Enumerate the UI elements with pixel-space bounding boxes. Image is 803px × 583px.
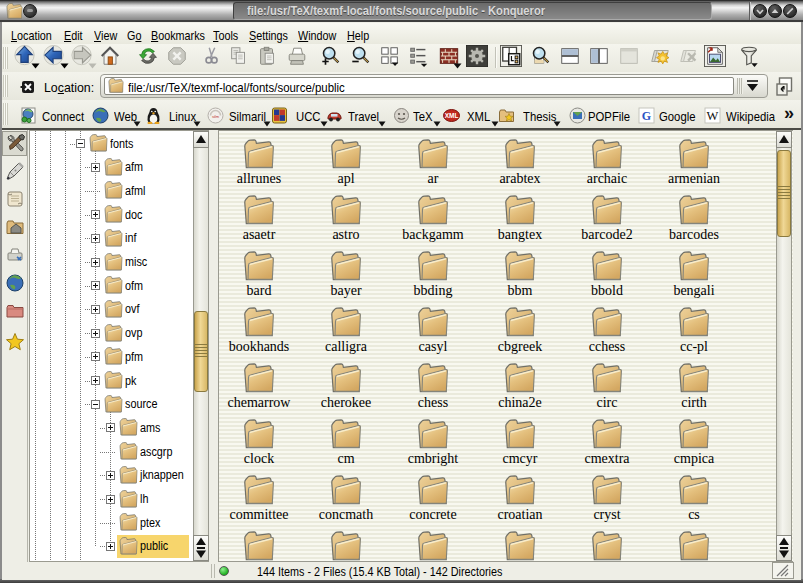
svg-text:silm: silm (212, 114, 220, 119)
svg-text:XML: XML (445, 112, 459, 119)
svg-text:W: W (707, 109, 719, 123)
svg-text:G: G (642, 109, 651, 123)
